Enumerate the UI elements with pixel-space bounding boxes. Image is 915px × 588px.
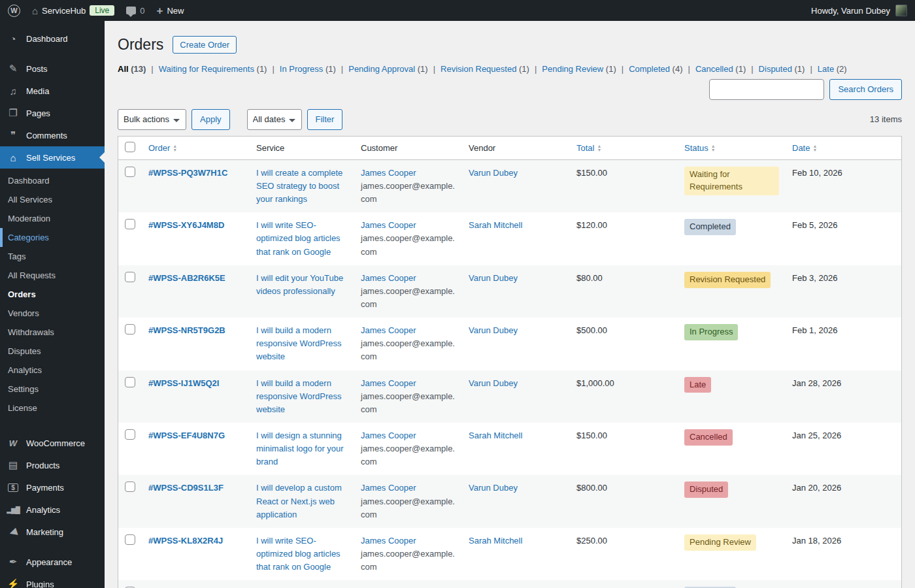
filter-link[interactable]: Pending Review (1)	[542, 64, 616, 74]
filter-link[interactable]: Revision Requested (1)	[441, 64, 529, 74]
customer-link[interactable]: James Cooper	[361, 273, 416, 283]
vendor-link[interactable]: Varun Dubey	[469, 325, 518, 335]
dates-select[interactable]: All dates	[247, 109, 302, 130]
customer-link[interactable]: James Cooper	[361, 536, 416, 546]
sidebar-item-media[interactable]: ♫Media	[0, 80, 105, 102]
search-orders-button[interactable]: Search Orders	[829, 79, 902, 100]
wordpress-logo-icon[interactable]: W	[8, 5, 20, 17]
sidebar-item-marketing[interactable]: ◀Marketing	[0, 521, 105, 543]
filter-link[interactable]: Waiting for Requirements (1)	[159, 64, 267, 74]
column-header-status[interactable]: Status▲▼	[678, 136, 786, 159]
vendor-link[interactable]: Sarah Mitchell	[469, 220, 522, 230]
order-id-link[interactable]: #WPSS-EF4U8N7G	[148, 431, 225, 440]
row-checkbox[interactable]	[125, 377, 135, 387]
site-name[interactable]: ServiceHub	[42, 6, 86, 16]
sidebar-item-posts[interactable]: ✎Posts	[0, 57, 105, 80]
vendor-link[interactable]: Sarah Mitchell	[469, 536, 522, 546]
filter-pending-review: Pending Review (1)	[542, 64, 629, 74]
filter-link[interactable]: Completed (4)	[629, 64, 682, 74]
submenu-item-orders[interactable]: Orders	[0, 285, 105, 304]
submenu-item-categories[interactable]: Categories	[0, 228, 105, 247]
new-menu[interactable]: + New	[157, 5, 184, 16]
row-checkbox[interactable]	[125, 429, 135, 440]
status-badge: Late	[684, 377, 711, 393]
customer-link[interactable]: James Cooper	[361, 220, 416, 230]
customer-link[interactable]: James Cooper	[361, 378, 416, 388]
service-link[interactable]: I will write SEO-optimized blog articles…	[256, 220, 341, 256]
search-input[interactable]	[709, 79, 824, 100]
submenu-item-all-services[interactable]: All Services	[0, 190, 105, 209]
service-link[interactable]: I will create a complete SEO strategy to…	[256, 168, 342, 204]
sidebar-item-products[interactable]: ▤Products	[0, 454, 105, 476]
customer-link[interactable]: James Cooper	[361, 168, 416, 178]
row-checkbox[interactable]	[125, 167, 135, 177]
filter-link[interactable]: In Progress (1)	[280, 64, 336, 74]
filter-link[interactable]: Cancelled (1)	[695, 64, 746, 74]
customer-link[interactable]: James Cooper	[361, 325, 416, 335]
service-link[interactable]: I will develop a custom React or Next.js…	[256, 483, 342, 519]
avatar[interactable]	[895, 5, 907, 16]
vendor-link[interactable]: Varun Dubey	[469, 378, 518, 388]
order-id-link[interactable]: #WPSS-IJ1W5Q2I	[148, 378, 219, 388]
submenu-item-withdrawals[interactable]: Withdrawals	[0, 323, 105, 342]
filter-link[interactable]: Late (2)	[818, 64, 847, 74]
filter-button[interactable]: Filter	[307, 109, 343, 130]
bulk-actions-select[interactable]: Bulk actions	[118, 109, 186, 130]
filter-link[interactable]: All (13)	[118, 64, 146, 74]
column-header-order[interactable]: Order▲▼	[142, 136, 250, 159]
order-id-link[interactable]: #WPSS-AB2R6K5E	[148, 273, 225, 283]
apply-button[interactable]: Apply	[191, 109, 230, 130]
submenu-item-disputes[interactable]: Disputes	[0, 342, 105, 361]
order-id-link[interactable]: #WPSS-PQ3W7H1C	[148, 168, 227, 178]
sidebar-item-comments[interactable]: ❞Comments	[0, 124, 105, 146]
vendor-link[interactable]: Varun Dubey	[469, 483, 518, 493]
row-checkbox[interactable]	[125, 482, 135, 492]
filter-link[interactable]: Disputed (1)	[759, 64, 805, 74]
order-id-link[interactable]: #WPSS-CD9S1L3F	[148, 483, 224, 493]
howdy-text[interactable]: Howdy, Varun Dubey	[811, 6, 890, 16]
create-order-button[interactable]: Create Order	[173, 36, 237, 54]
service-link[interactable]: I will write SEO-optimized blog articles…	[256, 536, 341, 572]
customer-link[interactable]: James Cooper	[361, 483, 416, 493]
service-link[interactable]: I will design a stunning minimalist logo…	[256, 431, 344, 466]
submenu-item-moderation[interactable]: Moderation	[0, 209, 105, 228]
submenu-item-settings[interactable]: Settings	[0, 380, 105, 399]
column-header-date[interactable]: Date▲▼	[786, 136, 902, 159]
sidebar-item-analytics[interactable]: ▂▆█Analytics	[0, 498, 105, 521]
submenu-item-dashboard[interactable]: Dashboard	[0, 171, 105, 190]
table-nav: Bulk actions Apply All dates Filter 13 i…	[118, 109, 902, 130]
row-checkbox[interactable]	[125, 324, 135, 335]
column-header-total[interactable]: Total▲▼	[570, 136, 678, 159]
row-checkbox[interactable]	[125, 219, 135, 229]
service-link[interactable]: I will build a modern responsive WordPre…	[256, 325, 342, 361]
order-id-link[interactable]: #WPSS-XY6J4M8D	[148, 220, 224, 230]
row-checkbox[interactable]	[125, 272, 135, 282]
products-icon: ▤	[7, 459, 20, 471]
service-link[interactable]: I will build a modern responsive WordPre…	[256, 378, 342, 414]
sidebar-item-appearance[interactable]: ✒Appearance	[0, 551, 105, 573]
plugins-icon: ⚡	[7, 578, 20, 588]
customer-link[interactable]: James Cooper	[361, 431, 416, 440]
filter-link[interactable]: Pending Approval (1)	[348, 64, 427, 74]
submenu-item-all-requests[interactable]: All Requests	[0, 266, 105, 285]
order-id-link[interactable]: #WPSS-KL8X2R4J	[148, 536, 223, 546]
order-id-link[interactable]: #WPSS-NR5T9G2B	[148, 325, 225, 335]
row-checkbox[interactable]	[125, 534, 135, 545]
sidebar-item-plugins[interactable]: ⚡Plugins	[0, 573, 105, 588]
sidebar-item-pages[interactable]: ❐Pages	[0, 102, 105, 124]
vendor-link[interactable]: Sarah Mitchell	[469, 431, 522, 440]
site-menu[interactable]: ⌂ ServiceHub Live	[32, 5, 114, 16]
vendor-link[interactable]: Varun Dubey	[469, 168, 518, 178]
select-all-checkbox[interactable]	[125, 142, 135, 152]
service-link[interactable]: I will edit your YouTube videos professi…	[256, 273, 343, 296]
sidebar-item-payments[interactable]: $Payments	[0, 476, 105, 498]
submenu-item-vendors[interactable]: Vendors	[0, 304, 105, 323]
sidebar-item-woocommerce[interactable]: WWooCommerce	[0, 432, 105, 454]
vendor-link[interactable]: Varun Dubey	[469, 273, 518, 283]
comments-shortcut[interactable]: 0	[126, 6, 144, 16]
sidebar-item-dashboard[interactable]: ◔Dashboard	[0, 27, 105, 50]
submenu-item-analytics[interactable]: Analytics	[0, 361, 105, 380]
submenu-item-license[interactable]: License	[0, 399, 105, 417]
submenu-item-tags[interactable]: Tags	[0, 247, 105, 266]
sidebar-item-sell-services[interactable]: ⌂Sell Services	[0, 146, 105, 169]
